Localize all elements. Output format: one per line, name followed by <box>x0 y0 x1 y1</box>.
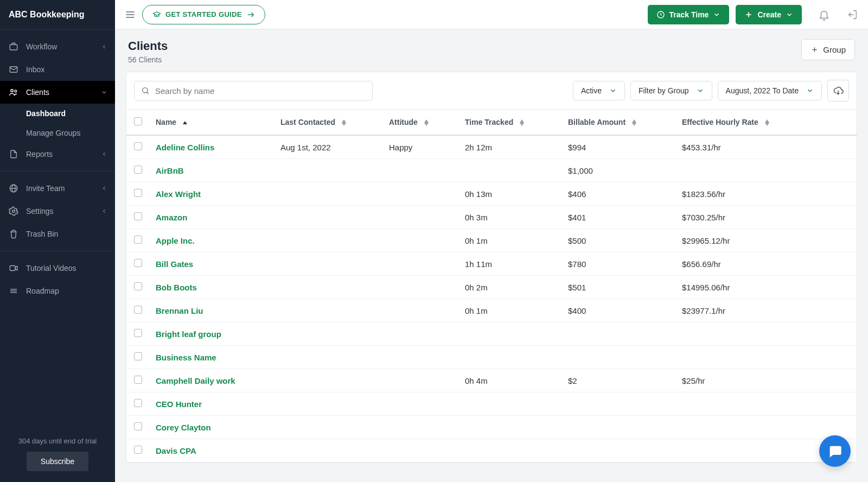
cell-attitude <box>384 159 459 182</box>
get-started-guide-button[interactable]: GET STARTED GUIDE <box>142 5 265 24</box>
select-all-checkbox[interactable] <box>134 117 142 125</box>
client-link[interactable]: Bill Gates <box>156 259 193 269</box>
column-header-time-tracked[interactable]: Time Tracked <box>459 110 563 136</box>
sidebar-item-tutorial-videos[interactable]: Tutorial Videos <box>0 257 115 280</box>
column-header-billable-amount[interactable]: Billable Amount <box>563 110 676 136</box>
create-button[interactable]: Create <box>736 5 802 24</box>
cell-rate <box>676 322 857 346</box>
subscribe-button[interactable]: Subscribe <box>27 452 88 471</box>
bell-icon[interactable] <box>818 9 830 21</box>
date-filter[interactable]: August, 2022 To Date <box>718 81 822 100</box>
table-row: CEO Hunter <box>126 392 857 416</box>
cell-attitude <box>384 229 459 252</box>
row-checkbox[interactable] <box>134 352 142 360</box>
svg-point-7 <box>12 210 15 213</box>
row-checkbox[interactable] <box>134 166 142 174</box>
chevron-left-icon <box>101 208 107 214</box>
sidebar-item-invite-team[interactable]: Invite Team <box>0 177 115 200</box>
client-link[interactable]: Adeline Collins <box>156 143 214 152</box>
cell-attitude: Happy <box>384 135 459 159</box>
cell-last-contacted <box>275 322 384 346</box>
chevron-down-icon <box>101 89 107 96</box>
sidebar-item-label: Tutorial Videos <box>26 264 76 272</box>
client-link[interactable]: AirBnB <box>156 166 184 175</box>
logout-icon[interactable] <box>846 9 858 21</box>
sidebar-item-label: Invite Team <box>26 184 65 193</box>
sidebar-item-workflow[interactable]: Workflow <box>0 35 115 58</box>
cell-billable <box>563 392 676 416</box>
cell-last-contacted <box>275 392 384 416</box>
cell-time-tracked: 0h 3m <box>459 206 563 229</box>
status-filter[interactable]: Active <box>573 81 625 100</box>
client-link[interactable]: Davis CPA <box>156 446 196 455</box>
cell-rate <box>676 159 857 182</box>
row-checkbox[interactable] <box>134 399 142 407</box>
cell-rate <box>676 346 857 369</box>
cell-time-tracked <box>459 159 563 182</box>
svg-line-24 <box>147 92 149 94</box>
cell-time-tracked <box>459 416 563 439</box>
cell-attitude <box>384 252 459 276</box>
cell-last-contacted <box>275 252 384 276</box>
cell-last-contacted <box>275 369 384 392</box>
row-checkbox[interactable] <box>134 282 142 290</box>
add-group-button[interactable]: Group <box>801 39 855 60</box>
svg-rect-0 <box>10 45 17 50</box>
column-header-effective-hourly-rate[interactable]: Effective Hourly Rate <box>676 110 857 136</box>
export-button[interactable] <box>827 80 849 102</box>
row-checkbox[interactable] <box>134 142 142 150</box>
row-checkbox[interactable] <box>134 329 142 337</box>
table-row: Adeline CollinsAug 1st, 2022Happy2h 12m$… <box>126 135 857 159</box>
client-link[interactable]: Bob Boots <box>156 283 197 292</box>
arrow-right-icon <box>246 10 255 19</box>
sidebar-item-roadmap[interactable]: Roadmap <box>0 280 115 302</box>
column-header-last-contacted[interactable]: Last Contacted <box>275 110 384 136</box>
client-link[interactable]: Business Name <box>156 353 216 362</box>
cell-attitude <box>384 346 459 369</box>
client-link[interactable]: Brennan Liu <box>156 306 203 315</box>
client-link[interactable]: Camphell Daily work <box>156 376 235 385</box>
column-header-name[interactable]: Name <box>150 110 275 136</box>
client-link[interactable]: Amazon <box>156 213 187 222</box>
row-checkbox[interactable] <box>134 446 142 454</box>
row-checkbox[interactable] <box>134 376 142 384</box>
video-icon <box>9 263 18 273</box>
client-link[interactable]: Apple Inc. <box>156 236 195 245</box>
column-header-attitude[interactable]: Attitude <box>384 110 459 136</box>
row-checkbox[interactable] <box>134 422 142 430</box>
row-checkbox[interactable] <box>134 236 142 244</box>
search-box[interactable] <box>134 81 373 101</box>
sidebar-item-trash-bin[interactable]: Trash Bin <box>0 223 115 245</box>
row-checkbox[interactable] <box>134 306 142 314</box>
sidebar-item-inbox[interactable]: Inbox <box>0 58 115 81</box>
svg-marker-33 <box>632 123 636 126</box>
table-row: Amazon0h 3m$401$7030.25/hr <box>126 206 857 229</box>
sidebar-item-clients[interactable]: Clients <box>0 81 115 104</box>
cell-attitude <box>384 392 459 416</box>
client-link[interactable]: CEO Hunter <box>156 399 202 409</box>
cell-billable: $1,000 <box>563 159 676 182</box>
group-filter[interactable]: Filter by Group <box>630 81 712 100</box>
row-checkbox[interactable] <box>134 189 142 197</box>
sidebar-item-reports[interactable]: Reports <box>0 143 115 166</box>
trial-box: 304 days until end of trial Subscribe <box>0 429 115 482</box>
row-checkbox[interactable] <box>134 212 142 220</box>
chevron-left-icon <box>101 43 107 50</box>
sidebar-item-settings[interactable]: Settings <box>0 200 115 223</box>
table-row: AirBnB$1,000 <box>126 159 857 182</box>
client-link[interactable]: Bright leaf group <box>156 329 221 339</box>
sidebar-sub-dashboard[interactable]: Dashboard <box>0 104 115 123</box>
row-checkbox[interactable] <box>134 259 142 267</box>
menu-icon[interactable] <box>125 9 136 20</box>
sidebar-sub-manage-groups[interactable]: Manage Groups <box>0 123 115 143</box>
search-input[interactable] <box>155 86 366 96</box>
cell-billable: $501 <box>563 276 676 299</box>
cell-rate: $7030.25/hr <box>676 206 857 229</box>
client-link[interactable]: Alex Wright <box>156 189 201 199</box>
track-time-button[interactable]: Track Time <box>648 5 730 24</box>
search-icon <box>141 86 150 95</box>
client-link[interactable]: Corey Clayton <box>156 423 211 432</box>
chat-fab[interactable] <box>819 435 851 467</box>
table-row: Camphell Daily work0h 4m$2$25/hr <box>126 369 857 392</box>
cell-attitude <box>384 439 459 462</box>
